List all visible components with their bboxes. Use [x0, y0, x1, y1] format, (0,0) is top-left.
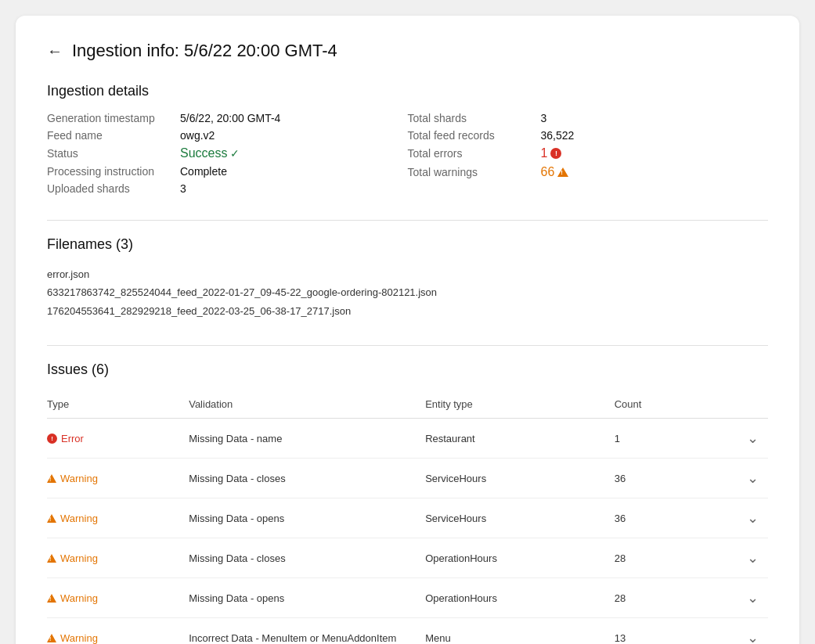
issue-count-cell: 13	[615, 618, 709, 644]
type-label: Warning	[60, 632, 98, 644]
issues-table: TypeValidationEntity typeCount ! Error M…	[47, 390, 768, 644]
issue-type-cell: Warning	[47, 578, 189, 618]
issue-entity-type-cell: Restaurant	[425, 419, 615, 459]
total-warnings-value: 66	[541, 165, 569, 179]
page-header: ← Ingestion info: 5/6/22 20:00 GMT-4	[47, 41, 768, 61]
issue-validation-cell: Missing Data - closes	[189, 459, 425, 498]
total-errors-value: 1 !	[541, 146, 562, 160]
issue-validation-cell: Incorrect Data - MenuItem or MenuAddonIt…	[189, 618, 425, 644]
issue-type-cell: Warning	[47, 459, 189, 498]
table-row[interactable]: Warning Missing Data - closesServiceHour…	[47, 459, 768, 498]
chevron-down-icon: ⌄	[747, 430, 759, 446]
issues-header-row: TypeValidationEntity typeCount	[47, 390, 768, 419]
uploaded-shards-row: Uploaded shards 3	[47, 182, 408, 195]
status-value: Success ✓	[180, 146, 240, 160]
generation-timestamp-row: Generation timestamp 5/6/22, 20:00 GMT-4	[47, 112, 408, 124]
feed-name-label: Feed name	[47, 129, 180, 142]
issues-column-header: Entity type	[425, 390, 615, 419]
type-warning: Warning	[47, 552, 179, 564]
type-warning: Warning	[47, 592, 179, 604]
chevron-down-icon: ⌄	[747, 550, 759, 566]
chevron-down-icon: ⌄	[747, 510, 759, 526]
issues-section: Issues (6) TypeValidationEntity typeCoun…	[47, 362, 768, 644]
expand-row-button[interactable]: ⌄	[709, 498, 768, 538]
issues-title: Issues (6)	[47, 362, 768, 378]
divider-1	[47, 220, 768, 221]
issue-count-cell: 28	[615, 578, 709, 618]
warning-icon	[47, 594, 56, 603]
issue-count-cell: 28	[615, 538, 709, 578]
details-right-col: Total shards 3 Total feed records 36,522…	[408, 112, 769, 195]
warning-icon	[47, 554, 56, 563]
processing-instruction-label: Processing instruction	[47, 165, 180, 178]
issue-entity-type-cell: ServiceHours	[425, 459, 615, 498]
divider-2	[47, 345, 768, 346]
type-error: ! Error	[47, 433, 179, 444]
type-label: Warning	[60, 552, 98, 564]
back-button[interactable]: ←	[47, 43, 63, 59]
feed-name-row: Feed name owg.v2	[47, 129, 408, 142]
filenames-list: error.json633217863742_825524044_feed_20…	[47, 265, 768, 320]
issue-type-cell: Warning	[47, 498, 189, 538]
issues-table-body: ! Error Missing Data - nameRestaurant1⌄ …	[47, 419, 768, 644]
warning-triangle-icon	[557, 167, 568, 177]
issue-entity-type-cell: ServiceHours	[425, 498, 615, 538]
issue-entity-type-cell: OperationHours	[425, 538, 615, 578]
type-label: Warning	[60, 513, 98, 524]
expand-row-button[interactable]: ⌄	[709, 459, 768, 498]
expand-column-header	[709, 390, 768, 419]
type-label: Error	[61, 433, 84, 444]
filenames-title: Filenames (3)	[47, 236, 768, 253]
warning-icon	[47, 514, 56, 523]
uploaded-shards-value: 3	[180, 182, 186, 195]
warning-icon	[47, 474, 56, 483]
total-shards-value: 3	[541, 112, 547, 124]
issues-column-header: Count	[615, 390, 709, 419]
type-warning: Warning	[47, 632, 179, 644]
issue-count-cell: 36	[615, 459, 709, 498]
ingestion-details-section: Ingestion details Generation timestamp 5…	[47, 83, 768, 195]
filenames-section: Filenames (3) error.json633217863742_825…	[47, 236, 768, 320]
issue-entity-type-cell: OperationHours	[425, 578, 615, 618]
processing-instruction-row: Processing instruction Complete	[47, 165, 408, 178]
total-feed-records-value: 36,522	[541, 129, 575, 142]
issue-type-cell: Warning	[47, 538, 189, 578]
type-label: Warning	[60, 592, 98, 604]
total-warnings-row: Total warnings 66	[408, 165, 769, 179]
filename-item: error.json	[47, 265, 768, 283]
issue-count-cell: 1	[615, 419, 709, 459]
issue-type-cell: ! Error	[47, 419, 189, 459]
uploaded-shards-label: Uploaded shards	[47, 182, 180, 195]
table-row[interactable]: Warning Missing Data - opensOperationHou…	[47, 578, 768, 618]
expand-row-button[interactable]: ⌄	[709, 618, 768, 644]
type-warning: Warning	[47, 513, 179, 524]
status-row: Status Success ✓	[47, 146, 408, 160]
status-label: Status	[47, 147, 180, 160]
total-errors-row: Total errors 1 !	[408, 146, 769, 160]
issue-validation-cell: Missing Data - name	[189, 419, 425, 459]
total-shards-label: Total shards	[408, 112, 541, 124]
issue-type-cell: Warning	[47, 618, 189, 644]
chevron-down-icon: ⌄	[747, 590, 759, 606]
error-dot-icon: !	[550, 148, 561, 159]
expand-row-button[interactable]: ⌄	[709, 578, 768, 618]
check-icon: ✓	[230, 147, 240, 160]
page-title: Ingestion info: 5/6/22 20:00 GMT-4	[72, 41, 337, 61]
issue-validation-cell: Missing Data - closes	[189, 538, 425, 578]
feed-name-value: owg.v2	[180, 129, 215, 142]
table-row[interactable]: Warning Missing Data - closesOperationHo…	[47, 538, 768, 578]
expand-row-button[interactable]: ⌄	[709, 419, 768, 459]
table-row[interactable]: ! Error Missing Data - nameRestaurant1⌄	[47, 419, 768, 459]
total-feed-records-row: Total feed records 36,522	[408, 129, 769, 142]
total-errors-label: Total errors	[408, 147, 541, 160]
type-warning: Warning	[47, 473, 179, 484]
generation-timestamp-label: Generation timestamp	[47, 112, 180, 124]
details-grid: Generation timestamp 5/6/22, 20:00 GMT-4…	[47, 112, 768, 195]
filename-item: 633217863742_825524044_feed_2022-01-27_0…	[47, 283, 768, 301]
table-row[interactable]: Warning Missing Data - opensServiceHours…	[47, 498, 768, 538]
total-feed-records-label: Total feed records	[408, 129, 541, 142]
expand-row-button[interactable]: ⌄	[709, 538, 768, 578]
issue-validation-cell: Missing Data - opens	[189, 578, 425, 618]
chevron-down-icon: ⌄	[747, 470, 759, 486]
table-row[interactable]: Warning Incorrect Data - MenuItem or Men…	[47, 618, 768, 644]
